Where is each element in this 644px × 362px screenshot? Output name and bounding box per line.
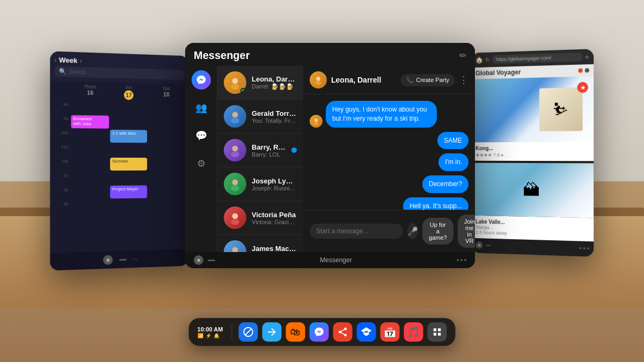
contact-preview-joseph: Joseph: Running 10 mins late fyi.	[252, 185, 297, 191]
contact-item-victoria[interactable]: Victoria Peña Victoria: Gracias!!	[217, 201, 303, 235]
contact-info-joseph: Joseph Lyons Joseph: Running 10 mins lat…	[252, 177, 297, 191]
browser-content-text: Kong... ★★★★ 7.8 ▸	[471, 142, 594, 161]
browser-image-2: 🏔	[471, 163, 594, 218]
svg-point-9	[231, 219, 239, 225]
avatar-victoria	[224, 206, 246, 229]
contact-item-leona[interactable]: Leona, Darrell Darrel: 🍺🍺🍺	[217, 66, 303, 100]
browser-minimize-btn[interactable]	[486, 245, 491, 246]
site-title: Global Voyager	[475, 69, 521, 77]
messenger-body: 👥 💬 ⚙ Leona, Darrell	[185, 66, 475, 252]
svg-point-10	[232, 247, 238, 252]
people-icon[interactable]: 👥	[192, 98, 211, 117]
browser-close-btn[interactable]: ✕	[475, 241, 482, 249]
svg-point-0	[232, 78, 238, 84]
svg-point-5	[231, 151, 239, 157]
chat-area: Leona, Darrell 📞 Create Party ⋮	[303, 66, 475, 252]
contact-info-barry: Barry, Rebecca, Annet... Barry: LOL	[252, 143, 286, 158]
signal-icon: ⚡	[206, 333, 211, 338]
next-week-btn[interactable]: ›	[79, 57, 82, 64]
chat-input-area: 🎤 Up for a game? Join me in VR	[303, 210, 475, 252]
svg-point-7	[231, 185, 239, 191]
svg-point-17	[314, 122, 319, 125]
contact-name-james: James MacKenna	[252, 245, 297, 253]
game-button[interactable]: Up for a game?	[422, 218, 453, 245]
browser-window: 🏠 ↻ https://globalvoyager.com/ + Global …	[471, 49, 594, 257]
taskbar-app-dropbox[interactable]	[356, 322, 376, 342]
msg-bubble-december: December?	[422, 175, 469, 193]
settings-icon[interactable]: ⚙	[192, 154, 211, 173]
chat-avatar	[310, 71, 327, 88]
new-tab-icon[interactable]: +	[585, 53, 589, 62]
mic-button[interactable]: 🎤	[407, 223, 418, 239]
contact-name-leona: Leona, Darrell	[252, 75, 297, 83]
edit-icon[interactable]: ✏	[459, 50, 466, 61]
contact-preview-victoria: Victoria: Gracias!!	[252, 219, 297, 225]
taskbar-divider	[231, 324, 232, 339]
svg-point-3	[231, 117, 239, 123]
messenger-header: Messenger ✏	[185, 43, 475, 66]
taskbar-app-share[interactable]	[333, 322, 352, 342]
contact-preview-barry: Barry: LOL	[252, 151, 286, 158]
msg-bubble-imin: I'm in.	[438, 153, 469, 171]
contact-info-leona: Leona, Darrell Darrel: 🍺🍺🍺	[252, 75, 297, 90]
svg-point-14	[316, 77, 320, 81]
unread-badge	[291, 147, 297, 153]
taskbar-app-arrow[interactable]	[262, 322, 281, 342]
calendar-bar: ✕ ···	[50, 249, 188, 270]
contact-item-james[interactable]: James MacKenna You: Thanks for the heads…	[217, 235, 303, 252]
taskbar-app-music[interactable]: 🎵	[404, 322, 423, 342]
contact-item-barry[interactable]: Barry, Rebecca, Annet... Barry: LOL	[217, 134, 303, 167]
messenger-minimize-btn[interactable]	[208, 260, 215, 261]
chat-header: Leona, Darrell 📞 Create Party ⋮	[303, 66, 475, 94]
messenger-logo-icon[interactable]	[192, 70, 211, 90]
messenger-window-bar: ✕ Messenger	[185, 252, 475, 268]
svg-point-6	[232, 179, 238, 185]
contact-preview-gerald: You: Totally. Free for lunch next we...	[252, 117, 297, 124]
avatar-barry	[224, 139, 246, 161]
msg-row-december: December?	[310, 175, 469, 193]
taskbar-app-grid[interactable]	[427, 322, 447, 342]
svg-point-15	[315, 81, 321, 85]
taskbar-app-shop[interactable]: 🛍	[286, 322, 305, 342]
contact-preview-leona: Darrel: 🍺🍺🍺	[252, 83, 297, 90]
taskbar-app-messenger[interactable]	[309, 322, 328, 342]
avatar-gerald	[224, 105, 246, 128]
browser-refresh-icon[interactable]: ↻	[485, 56, 490, 63]
contact-list: Leona, Darrell Darrel: 🍺🍺🍺 Gerald Torres	[217, 66, 303, 252]
taskbar-app-meta[interactable]	[238, 322, 258, 342]
prev-week-btn[interactable]: ‹	[55, 56, 57, 63]
taskbar: 10:00 AM 📶 ⚡ 🔔 🛍 📅 🎵	[189, 318, 456, 346]
contact-name-joseph: Joseph Lyons	[252, 177, 297, 185]
message-input[interactable]	[310, 224, 403, 239]
contact-info-victoria: Victoria Peña Victoria: Gracias!!	[252, 211, 297, 225]
taskbar-app-calendar[interactable]: 📅	[380, 322, 399, 342]
week-label: Week	[59, 56, 78, 64]
browser-content-text-2: Lake Valle... Starga... 2.5 hours away	[471, 216, 594, 242]
browser-url-bar[interactable]: https://globalvoyager.com/	[492, 53, 583, 64]
avatar-leona	[224, 71, 246, 94]
url-text: https://globalvoyager.com/	[496, 55, 551, 62]
msg-row-same: SAME	[310, 132, 469, 150]
svg-point-1	[231, 84, 239, 90]
vr-button[interactable]: Join me in VR	[458, 215, 475, 248]
calendar-nav[interactable]: ‹ Week ›	[55, 56, 82, 65]
contact-item-gerald[interactable]: Gerald Torres You: Totally. Free for lun…	[217, 100, 303, 134]
calendar-close-btn[interactable]: ✕	[104, 255, 113, 265]
chat-messages: Hey guys, I don't know about you but I'm…	[303, 94, 475, 210]
avatar-joseph	[224, 173, 246, 195]
messenger-close-btn[interactable]: ✕	[194, 255, 203, 265]
messenger-bar-dots	[457, 259, 466, 261]
browser-image-1: ⛷ ★	[471, 76, 594, 142]
msg-bubble-same: SAME	[437, 132, 469, 150]
create-party-button[interactable]: 📞 Create Party	[401, 74, 455, 86]
messenger-sidebar: 👥 💬 ⚙	[185, 66, 217, 252]
more-options-icon[interactable]: ⋮	[459, 74, 469, 86]
contact-item-joseph[interactable]: Joseph Lyons Joseph: Running 10 mins lat…	[217, 167, 303, 201]
svg-point-4	[232, 145, 238, 151]
browser-home-icon[interactable]: 🏠	[475, 56, 483, 64]
msg-row-hellya: Hell ya. It's supp...	[310, 197, 469, 210]
chat-icon[interactable]: 💬	[192, 126, 211, 145]
msg-avatar-leona	[310, 115, 323, 128]
svg-point-16	[314, 119, 318, 122]
calendar-minimize-btn[interactable]	[119, 258, 127, 260]
